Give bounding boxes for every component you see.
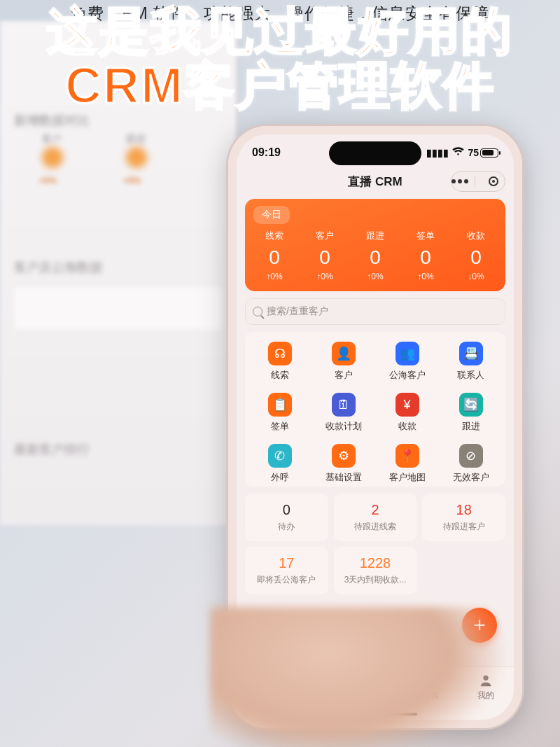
tab-仪表盘[interactable]: 仪表盘 (347, 667, 402, 710)
stat-card[interactable]: 1228 3天内到期收款... (334, 547, 417, 594)
svg-rect-2 (314, 681, 319, 686)
dynamic-island (329, 141, 421, 165)
tab-label: 仪表盘 (347, 690, 402, 701)
metric-change: ↑0% (350, 272, 400, 281)
menu-item-基础设置[interactable]: ⚙ 基础设置 (312, 444, 375, 484)
客户地图-icon: 📍 (396, 444, 419, 468)
metric-value: 0 (451, 246, 501, 269)
menu-item-收款计划[interactable]: 🗓 收款计划 (312, 393, 375, 433)
menu-item-签单[interactable]: 📋 签单 (248, 393, 312, 433)
metric-value: 0 (300, 246, 350, 269)
phone-screen: 09:19 ▮▮▮▮ 75 直播 CRM 今日 线索 (237, 134, 514, 720)
stat-card[interactable]: 2 待跟进线索 (334, 494, 417, 541)
联系人-icon: 📇 (459, 342, 483, 365)
metric-change: ↑0% (400, 272, 451, 281)
menu-label: 联系人 (439, 370, 503, 382)
metric-1[interactable]: 客户 0 ↑0% (300, 230, 350, 281)
tab-label: 报表 (403, 690, 458, 701)
menu-label: 收款 (375, 421, 439, 433)
metric-4[interactable]: 收款 0 ↓0% (451, 230, 501, 281)
stat-card[interactable]: 17 即将丢公海客户 (245, 547, 328, 594)
metric-3[interactable]: 签单 0 ↑0% (400, 230, 451, 281)
menu-label: 无效客户 (439, 472, 503, 484)
menu-item-线索[interactable]: ☊ 线索 (248, 342, 312, 382)
phone-frame: 09:19 ▮▮▮▮ 75 直播 CRM 今日 线索 (228, 126, 522, 728)
metric-value: 0 (249, 246, 300, 269)
基础设置-icon: ⚙ (332, 444, 356, 468)
card-number: 0 (248, 502, 326, 518)
metric-label: 签单 (400, 230, 451, 242)
menu-item-外呼[interactable]: ✆ 外呼 (248, 444, 312, 484)
tab-客户[interactable]: 客户 (292, 667, 347, 710)
more-icon[interactable] (458, 179, 462, 183)
metric-0[interactable]: 线索 0 ↑0% (249, 230, 300, 281)
battery-icon: 75 (468, 147, 498, 158)
menu-item-联系人[interactable]: 📇 联系人 (439, 342, 503, 382)
menu-label: 签单 (248, 421, 312, 433)
menu-label: 外呼 (248, 472, 312, 484)
svg-rect-0 (314, 675, 319, 680)
menu-item-收款[interactable]: ¥ 收款 (375, 393, 439, 433)
metric-label: 收款 (451, 230, 501, 242)
wifi-icon (452, 147, 464, 158)
menu-item-跟进[interactable]: 🔄 跟进 (439, 393, 503, 433)
menu-label: 公海客户 (375, 370, 439, 382)
收款-icon: ¥ (396, 393, 419, 417)
search-placeholder: 搜索/查重客户 (267, 305, 328, 318)
menu-label: 客户 (312, 370, 375, 382)
tab-icon (312, 673, 328, 688)
card-caption: 3天内到期收款... (337, 574, 414, 586)
metric-2[interactable]: 跟进 0 ↑0% (350, 230, 400, 281)
bottom-tab-bar: 首页 客户 仪表盘 报表 我的 (237, 666, 514, 720)
metric-value: 0 (350, 246, 400, 269)
无效客户-icon: ⊘ (459, 444, 483, 468)
svg-rect-3 (321, 681, 326, 686)
menu-label: 跟进 (439, 421, 503, 433)
tab-icon (368, 673, 383, 688)
menu-label: 线索 (248, 370, 312, 382)
menu-label: 收款计划 (312, 421, 375, 433)
svg-rect-6 (429, 677, 431, 685)
tab-label: 客户 (292, 690, 347, 701)
menu-item-公海客户[interactable]: 👥 公海客户 (375, 342, 439, 382)
tab-label: 首页 (237, 690, 292, 701)
svg-point-8 (484, 676, 489, 680)
stats-cards: 0 待办2 待跟进线索18 待跟进客户17 即将丢公海客户1228 3天内到期收… (245, 494, 505, 594)
metric-value: 0 (400, 246, 451, 269)
tab-报表[interactable]: 报表 (403, 667, 458, 710)
capsule-button[interactable] (451, 171, 505, 192)
card-caption: 待跟进线索 (337, 521, 414, 533)
menu-label: 基础设置 (312, 472, 375, 484)
today-chip[interactable]: 今日 (253, 206, 290, 224)
tab-icon (257, 673, 272, 688)
metric-label: 跟进 (350, 230, 400, 242)
close-icon[interactable] (489, 176, 498, 186)
signal-icon: ▮▮▮▮ (426, 147, 449, 158)
home-indicator (333, 713, 417, 715)
menu-item-客户地图[interactable]: 📍 客户地图 (375, 444, 439, 484)
metric-change: ↑0% (249, 272, 300, 281)
search-icon (253, 307, 262, 316)
menu-item-无效客户[interactable]: ⊘ 无效客户 (439, 444, 503, 484)
svg-rect-5 (426, 680, 428, 685)
search-input[interactable]: 搜索/查重客户 (245, 298, 505, 325)
tab-我的[interactable]: 我的 (458, 667, 514, 710)
stat-card[interactable]: 18 待跟进客户 (422, 494, 505, 541)
today-summary-card[interactable]: 今日 线索 0 ↑0%客户 0 ↑0%跟进 0 ↑0%签单 0 ↑0%收款 0 … (245, 199, 505, 291)
card-number: 18 (425, 502, 503, 518)
menu-item-客户[interactable]: 👤 客户 (312, 342, 375, 382)
add-fab[interactable]: + (462, 608, 497, 643)
stat-card[interactable]: 0 待办 (245, 494, 328, 541)
公海客户-icon: 👥 (396, 342, 419, 365)
收款计划-icon: 🗓 (332, 393, 356, 417)
tab-首页[interactable]: 首页 (237, 667, 292, 710)
svg-rect-7 (433, 675, 435, 686)
metric-change: ↑0% (300, 272, 350, 281)
外呼-icon: ✆ (268, 444, 292, 468)
metric-change: ↓0% (451, 272, 501, 281)
menu-label: 客户地图 (375, 472, 439, 484)
miniprogram-header: 直播 CRM (237, 167, 514, 196)
metric-label: 客户 (300, 230, 350, 242)
card-caption: 待跟进客户 (425, 521, 503, 533)
svg-rect-1 (321, 675, 326, 680)
